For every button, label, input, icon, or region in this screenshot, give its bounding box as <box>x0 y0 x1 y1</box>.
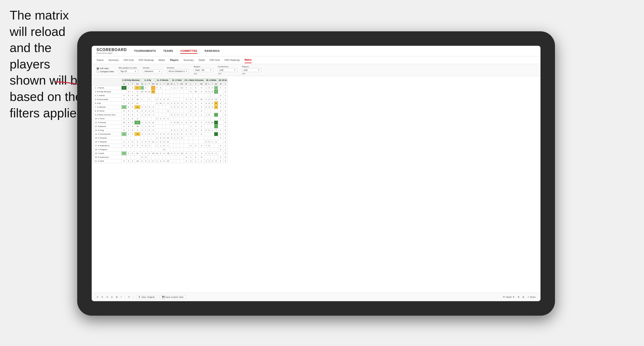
player-name: 19. J Karth <box>94 152 122 156</box>
view-original-button[interactable]: 👁 View: Original <box>136 295 156 299</box>
save-custom-label: Save Custom View <box>165 296 184 298</box>
view-original-label: View: Original <box>141 296 154 298</box>
full-view-label: Full View <box>100 67 108 70</box>
subnav-h2h-grid2[interactable]: H2H Grid <box>210 57 220 63</box>
conference-all2: (All) <box>218 73 237 75</box>
watch-button[interactable]: 👁 Watch ▼ <box>503 296 515 298</box>
sub-w5: W <box>184 82 189 86</box>
table-row: 16. X Mcqaha 2103 10011 10011 0010 3 <box>94 140 228 144</box>
col-header-mulcahy: 2. M Kelly Mulcahy <box>122 78 140 82</box>
reset-button[interactable]: ↺ <box>106 296 108 298</box>
bottom-toolbar: ↺ ↻ ↺ ⊖ ⊞ + ⏱ 👁 View: Original 💾 Save Cu… <box>92 293 540 301</box>
table-row: 10. L Perini 3100 0202 11 <box>94 117 228 121</box>
undo-button[interactable]: ↺ <box>96 296 98 298</box>
nav-committee[interactable]: COMMITTEE <box>180 48 197 54</box>
subnav-teams[interactable]: Teams <box>96 57 104 63</box>
conference-filter: Conference (All) ▼ (All) <box>218 66 237 75</box>
compact-view-radio[interactable]: Compact View <box>96 70 114 73</box>
region-filter: Region East - DII ▼ (All) <box>194 66 213 75</box>
players-filter: Players (All) ▼ (All) <box>242 66 261 75</box>
player-name: 2. M Kelly Mulcahy <box>94 90 122 94</box>
players-select[interactable]: (All) ▼ <box>242 68 261 72</box>
sub-t3: T <box>162 82 166 86</box>
zoom-out-button[interactable]: ⊖ <box>111 296 113 298</box>
gender-arrow: ▼ <box>159 71 160 72</box>
player-name: 7. O Mitchell <box>94 105 122 109</box>
sub-l4: L <box>173 82 176 86</box>
sub-dif2: Dif <box>151 82 155 86</box>
division-select[interactable]: NCAA Division II ▼ <box>167 69 189 73</box>
subnav-h2h-grid[interactable]: H2H Grid <box>124 57 134 63</box>
subnav-h2h-heatmap[interactable]: H2H Heatmap <box>138 57 154 63</box>
player-name: 8. M Torres <box>94 109 122 113</box>
col-header-woods: 11. G Woods <box>155 78 170 82</box>
gender-select[interactable]: Women's ▼ <box>143 69 162 73</box>
player-name: 14. S Srichantamit <box>94 132 122 136</box>
region-select[interactable]: East - DII ▼ <box>194 68 213 72</box>
gender-filter: Gender Women's ▼ <box>143 67 162 73</box>
sub-dif4: Dif <box>180 82 184 86</box>
sub-dif5: Dif <box>198 82 204 86</box>
table-row: 8. M Torres 0010 2010 3 010 01 <box>94 109 228 113</box>
subnav-summary2[interactable]: Summary <box>184 57 194 63</box>
sub-w7: W <box>218 82 224 86</box>
players-arrow: ▼ <box>258 69 260 71</box>
max-players-select[interactable]: Top 25 ▼ <box>119 69 138 73</box>
player-name: 16. X Mcqaha <box>94 140 122 144</box>
settings-button[interactable]: ⚙ <box>518 296 520 298</box>
subnav-matrix2[interactable]: Matrix <box>245 57 252 63</box>
table-row: 20. E Andersson 20 0108 00 <box>94 156 228 159</box>
table-row: 17. D Ballesteros 3106 201 1101 020 70 0… <box>94 144 228 148</box>
player-name: 5. A Nomrowski <box>94 98 122 101</box>
player-name: 15. H Stranda <box>94 136 122 140</box>
nav-teams[interactable]: TEAMS <box>163 48 173 54</box>
sub-dif6: Dif <box>214 82 218 86</box>
nav-rankings[interactable]: RANKINGS <box>204 48 220 54</box>
player-name: 17. D Ballesteros <box>94 144 122 148</box>
table-row: 2. M Kelly Mulcahy 070 40101050 0450 606… <box>94 90 228 94</box>
sub-w3: W <box>155 82 159 86</box>
save-icon: 💾 <box>162 296 164 298</box>
redo-button[interactable]: ↻ <box>101 296 103 298</box>
conference-select[interactable]: (All) ▼ <box>218 68 237 72</box>
gender-value: Women's <box>144 70 154 73</box>
division-filter: Division NCAA Division II ▼ <box>167 67 189 73</box>
save-custom-button[interactable]: 💾 Save Custom View <box>160 295 186 299</box>
gender-label: Gender <box>143 67 162 69</box>
max-players-label: Max players in view <box>119 67 138 69</box>
view-icon: 👁 <box>138 296 140 298</box>
sub-l2: L <box>144 82 148 86</box>
subnav-h2h-heatmap2[interactable]: H2H Heatmap <box>224 57 240 63</box>
share-button[interactable]: ↗ Share <box>527 296 536 298</box>
compact-view-radio-circle <box>96 70 99 73</box>
subnav-players[interactable]: Players <box>170 57 179 63</box>
table-row: 3. S Jelinek 02017 01 <box>94 94 228 98</box>
sub-w1: W <box>122 82 127 86</box>
tablet-screen: SCOREBOARD Powered by clippd TOURNAMENTS… <box>92 46 540 301</box>
division-value: NCAA Division II <box>169 70 184 73</box>
subnav-summary[interactable]: Summary <box>108 57 119 63</box>
view-options: Full View Compact View <box>96 67 114 73</box>
nav-tournaments[interactable]: TOURNAMENTS <box>134 48 156 54</box>
sub-w4: W <box>170 82 174 86</box>
region-label: Region <box>194 66 213 68</box>
watch-icon: 👁 <box>503 296 505 298</box>
zoom-fit-button[interactable]: ⊞ <box>116 296 118 298</box>
sub-t2: T <box>148 82 151 86</box>
subnav-matrix[interactable]: Matrix <box>158 57 165 63</box>
sub-l3: L <box>159 82 162 86</box>
compact-view-label: Compact View <box>100 70 114 73</box>
sub-w6: W <box>204 82 208 86</box>
expand-button[interactable]: ⊞ <box>522 296 524 298</box>
max-players-arrow: ▼ <box>135 71 136 72</box>
subnav-detail[interactable]: Detail <box>198 57 205 63</box>
full-view-radio[interactable]: Full View <box>96 67 114 70</box>
sub-t5: T <box>193 82 198 86</box>
region-arrow: ▼ <box>210 69 211 71</box>
zoom-in-button[interactable]: + <box>121 296 122 298</box>
region-all: (All) <box>194 73 213 75</box>
nav-items: TOURNAMENTS TEAMS COMMITTEE RANKINGS <box>134 48 220 54</box>
timer-button[interactable]: ⏱ <box>128 296 130 298</box>
matrix-table: 2. M Kelly Mulcahy 6. A Dy 11. G Woods 2… <box>94 78 228 163</box>
toolbar-divider-1 <box>125 295 125 299</box>
